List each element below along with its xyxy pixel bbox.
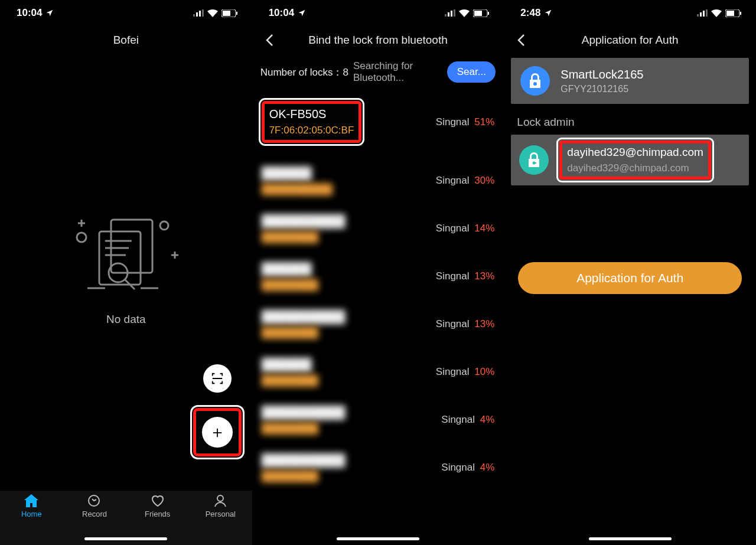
back-button[interactable] <box>260 31 278 49</box>
svg-point-23 <box>217 495 223 501</box>
lock-mac: ████████ <box>262 375 318 387</box>
lock-info: ████████████████ <box>262 167 333 195</box>
svg-rect-25 <box>448 12 449 17</box>
lock-highlight: OK-FB50S7F:06:02:05:0C:BF <box>262 101 362 143</box>
count-value: 8 <box>343 67 348 78</box>
scan-button[interactable] <box>203 364 232 393</box>
apply-auth-button[interactable]: Application for Auth <box>518 262 742 294</box>
battery-icon <box>221 9 238 17</box>
search-button[interactable]: Sear... <box>447 61 496 83</box>
lock-name: ██████████ <box>262 310 346 324</box>
svg-point-38 <box>533 82 537 86</box>
signal-value: 13% <box>472 270 495 282</box>
home-indicator[interactable] <box>337 537 419 540</box>
signal-label: Singnal 4% <box>441 462 494 474</box>
status-bar: 2:48 <box>504 0 756 26</box>
home-indicator[interactable] <box>84 537 167 540</box>
lock-row[interactable]: ██████████████████Singnal 4% <box>260 444 496 492</box>
lock-name: ██████ <box>262 262 318 276</box>
tab-label: Home <box>21 510 42 518</box>
lock-name: OK-FB50S <box>269 107 354 121</box>
tab-home[interactable]: Home <box>0 494 63 545</box>
status-time: 2:48 <box>520 7 540 19</box>
lock-mac: ████████ <box>262 327 346 339</box>
lock-mac: ████████ <box>262 279 318 291</box>
lock-admin-icon <box>519 145 549 175</box>
svg-rect-34 <box>706 9 708 17</box>
home-indicator[interactable] <box>589 537 672 540</box>
device-serial: GFYY21012165 <box>561 84 643 94</box>
battery-icon <box>725 9 742 17</box>
svg-rect-32 <box>700 12 702 17</box>
svg-rect-27 <box>454 9 455 17</box>
section-label: Lock admin <box>504 107 756 131</box>
signal-label: Singnal 13% <box>436 318 494 330</box>
lock-icon <box>520 66 550 96</box>
admin-email-sub: dayihed329@chimpad.com <box>567 162 703 174</box>
bluetooth-toolbar: Number of locks：8 Searching for Bluetoot… <box>252 54 504 88</box>
svg-rect-3 <box>202 9 204 17</box>
battery-icon <box>473 9 490 17</box>
signal-value: 4% <box>477 462 494 473</box>
lock-mac: ████████ <box>262 231 346 243</box>
lock-row[interactable]: ██████████████████Singnal 14% <box>260 205 496 253</box>
tab-label: Personal <box>206 510 236 518</box>
screen-auth: 2:48 Application for Auth SmartLock2165 … <box>504 0 756 545</box>
lock-row[interactable]: ██████████████Singnal 13% <box>260 253 496 301</box>
count-label: Number of locks： <box>260 67 343 78</box>
add-button-highlight: ＋ <box>193 408 242 456</box>
signal-value: 13% <box>472 318 495 329</box>
svg-rect-1 <box>196 12 198 17</box>
lock-info: ██████████████████ <box>262 453 346 482</box>
chevron-left-icon <box>265 34 273 47</box>
page-title: Bofei <box>113 34 139 47</box>
admin-highlight: dayihed329@chimpad.com dayihed329@chimpa… <box>559 141 711 180</box>
signal-label: Singnal 13% <box>436 270 494 282</box>
lock-list[interactable]: OK-FB50S7F:06:02:05:0C:BFSingnal 51%████… <box>252 88 504 492</box>
location-icon <box>298 9 306 17</box>
device-card[interactable]: SmartLock2165 GFYY21012165 <box>511 58 749 104</box>
chevron-left-icon <box>517 34 525 47</box>
fab-stack: ＋ <box>193 364 242 456</box>
signal-icon <box>445 9 455 17</box>
signal-icon <box>193 9 204 17</box>
lock-row[interactable]: ██████████████Singnal 10% <box>260 348 496 396</box>
record-icon <box>87 494 102 507</box>
signal-icon <box>697 9 708 17</box>
lock-info: ██████████████████ <box>262 214 346 243</box>
admin-email: dayihed329@chimpad.com <box>567 146 703 159</box>
status-icons <box>697 9 742 17</box>
lock-mac: ██████████ <box>262 184 333 195</box>
tab-personal[interactable]: Personal <box>189 494 252 545</box>
signal-label: Singnal 30% <box>436 175 494 187</box>
add-button[interactable]: ＋ <box>202 417 233 448</box>
svg-rect-6 <box>236 12 237 15</box>
lock-mac: ████████ <box>262 423 346 435</box>
svg-rect-26 <box>451 11 452 17</box>
screen-home: 10:04 Bofei No data <box>0 0 252 545</box>
status-time: 10:04 <box>269 7 294 19</box>
lock-name: ██████████ <box>262 214 346 228</box>
admin-card[interactable]: dayihed329@chimpad.com dayihed329@chimpa… <box>511 135 749 185</box>
no-data-icon <box>70 214 182 296</box>
lock-row[interactable]: OK-FB50S7F:06:02:05:0C:BFSingnal 51% <box>260 88 496 157</box>
lock-row[interactable]: ██████████████████Singnal 4% <box>260 396 496 444</box>
svg-rect-37 <box>740 12 741 15</box>
header: Application for Auth <box>504 26 756 54</box>
lock-name: ██████████ <box>262 453 346 467</box>
svg-point-12 <box>160 221 168 230</box>
device-name: SmartLock2165 <box>561 68 643 81</box>
back-button[interactable] <box>512 31 530 49</box>
header: Bofei <box>0 26 252 54</box>
scan-icon <box>211 372 224 385</box>
lock-row[interactable]: ████████████████Singnal 30% <box>260 157 496 205</box>
lock-row[interactable]: ██████████████████Singnal 13% <box>260 301 496 348</box>
svg-rect-31 <box>697 14 699 17</box>
wifi-icon <box>459 9 470 17</box>
lock-info: ██████████████ <box>262 358 318 387</box>
status-icons <box>445 9 490 17</box>
lock-count: Number of locks：8 <box>260 66 348 79</box>
person-icon <box>213 494 227 507</box>
signal-label: Singnal 14% <box>436 223 494 234</box>
plus-icon: ＋ <box>209 421 226 443</box>
